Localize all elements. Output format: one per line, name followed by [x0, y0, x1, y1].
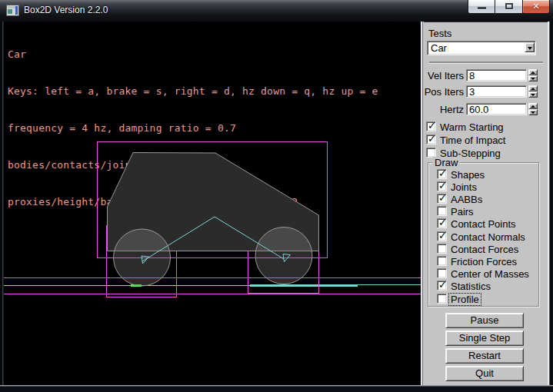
checkbox-label: Pairs: [451, 206, 474, 218]
checkbox-box[interactable]: ✓: [437, 169, 447, 179]
spinner-down-icon: [531, 111, 535, 114]
pos-iters-label: Pos Iters: [424, 86, 464, 98]
draw-group-label: Draw: [432, 157, 460, 168]
pos-iters-spinner: [528, 85, 538, 98]
close-icon: ✕: [523, 2, 549, 12]
restart-button[interactable]: Restart: [445, 348, 524, 364]
checkbox-label: Center of Masses: [451, 268, 529, 280]
checkbox-label: Contact Points: [451, 218, 516, 230]
draw-groupbox: Draw ✓ Shapes ✓ Joints ✓ AABBs ✓ Pairs: [428, 162, 539, 307]
window-title: Box2D Version 2.2.0: [24, 5, 108, 15]
bridge-joint-thick-segment: [250, 284, 358, 287]
minimize-button[interactable]: [468, 0, 495, 14]
checkbox-label: Friction Forces: [451, 256, 517, 267]
physics-canvas[interactable]: Car Keys: left = a, brake = s, right = d…: [4, 22, 421, 385]
checkbox-box[interactable]: ✓: [437, 268, 447, 278]
tests-dropdown-button[interactable]: [525, 42, 535, 52]
checkmark-icon: ✓: [438, 217, 447, 228]
maximize-button[interactable]: [495, 0, 523, 14]
checkmark-icon: ✓: [428, 120, 436, 131]
tests-dropdown[interactable]: Car: [427, 41, 536, 55]
pos-iters-input[interactable]: 3: [466, 85, 527, 98]
window-frame-bottom: [0, 385, 553, 392]
hertz-value: 60.0: [469, 104, 488, 115]
checkmark-icon: ✓: [438, 180, 447, 191]
vel-iters-label: Vel Iters: [424, 70, 464, 81]
window-frame-left: [0, 22, 4, 385]
pos-iters-up-button[interactable]: [528, 85, 538, 91]
checkbox-label: Warm Starting: [440, 121, 504, 133]
checkmark-icon: ✓: [438, 230, 447, 241]
window-frame-right: [548, 22, 553, 385]
checkbox-box[interactable]: ✓: [437, 231, 447, 241]
checkbox-label: Contact Normals: [451, 231, 525, 243]
checkbox-label: Shapes: [451, 169, 485, 181]
right-wheel-circle[interactable]: [255, 228, 312, 284]
app-icon: [6, 5, 19, 16]
hertz-row: Hertz 60.0: [424, 103, 548, 115]
hertz-down-button[interactable]: [528, 109, 538, 115]
checkmark-icon: ✓: [438, 279, 447, 291]
checkbox-label: Contact Forces: [451, 244, 518, 255]
vel-iters-up-button[interactable]: [528, 69, 538, 75]
hertz-label: Hertz: [424, 104, 464, 115]
physics-drawing: [4, 22, 421, 385]
checkbox-box[interactable]: ✓: [437, 218, 447, 228]
checkmark-icon: ✓: [428, 133, 436, 145]
vel-iters-spinner: [528, 69, 538, 81]
spinner-down-icon: [531, 78, 535, 80]
checkbox-box[interactable]: ✓: [437, 281, 447, 291]
window-body: Car Keys: left = a, brake = s, right = d…: [0, 22, 553, 385]
vel-iters-row: Vel Iters 8: [424, 69, 548, 81]
checkmark-icon: ✓: [438, 192, 447, 204]
pos-iters-row: Pos Iters 3: [424, 85, 548, 98]
checkbox-box[interactable]: ✓: [426, 121, 436, 131]
spinner-up-icon: [531, 105, 535, 108]
window-controls: ✕: [468, 0, 550, 15]
maximize-icon: [505, 3, 513, 9]
vel-iters-value: 8: [469, 70, 475, 81]
checkmark-icon: ✓: [438, 168, 447, 179]
tests-dropdown-value: Car: [431, 42, 447, 54]
close-button[interactable]: ✕: [523, 0, 550, 14]
hertz-up-button[interactable]: [528, 103, 538, 109]
checkbox-label: Time of Impact: [440, 135, 505, 146]
checkbox-box[interactable]: ✓: [437, 194, 447, 204]
quit-button[interactable]: Quit: [445, 366, 524, 381]
spinner-up-icon: [531, 88, 535, 90]
spinner-down-icon: [531, 94, 535, 96]
checkbox-box[interactable]: ✓: [437, 256, 447, 266]
control-panel: Tests Car Vel Iters 8 Pos: [424, 22, 548, 385]
app-window: Box2D Version 2.2.0 ✕ Car Keys: left = a…: [0, 0, 553, 392]
vel-iters-down-button[interactable]: [528, 75, 538, 81]
pos-iters-down-button[interactable]: [528, 91, 538, 98]
checkbox-box[interactable]: ✓: [437, 206, 447, 216]
minimize-icon: [478, 7, 486, 9]
checkbox-label: Joints: [451, 181, 477, 193]
checkbox-box[interactable]: ✓: [437, 181, 447, 191]
tests-label: Tests: [428, 28, 451, 39]
vel-iters-input[interactable]: 8: [466, 69, 527, 81]
pause-button[interactable]: Pause: [445, 313, 524, 328]
pos-iters-value: 3: [469, 86, 475, 98]
separator-line: [429, 61, 543, 63]
title-bar[interactable]: Box2D Version 2.2.0 ✕: [0, 0, 553, 22]
chevron-down-icon: [528, 47, 532, 50]
single-step-button[interactable]: Single Step: [445, 331, 524, 346]
hertz-input[interactable]: 60.0: [466, 103, 527, 115]
checkbox-box[interactable]: ✓: [437, 294, 447, 304]
checkbox-label: AABBs: [451, 194, 482, 205]
checkbox-label: Profile: [449, 294, 481, 305]
spinner-up-icon: [531, 71, 535, 74]
checkbox-label: Statistics: [451, 281, 491, 292]
hertz-spinner: [528, 103, 538, 115]
checkbox-box[interactable]: ✓: [426, 135, 436, 145]
checkbox-box[interactable]: ✓: [437, 244, 447, 254]
